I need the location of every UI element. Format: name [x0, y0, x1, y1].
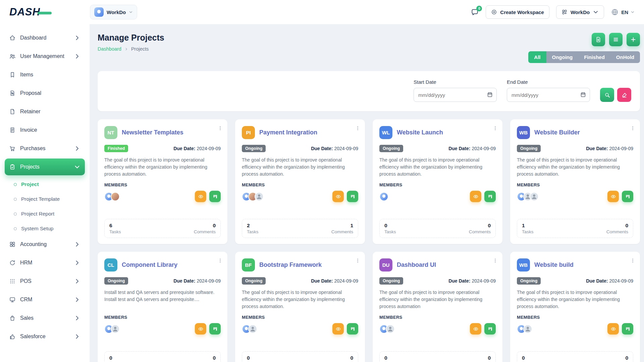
- sidebar-subitem-project[interactable]: Project: [5, 177, 85, 192]
- project-tasks-button[interactable]: [347, 323, 358, 335]
- sidebar-item-label: Invoice: [20, 127, 80, 133]
- project-title-link[interactable]: Website build: [534, 261, 574, 269]
- due-date-label: Due Date:: [311, 278, 333, 284]
- status-badge: Ongoing: [379, 277, 403, 285]
- tasks-label: Tasks: [384, 229, 396, 234]
- sidebar-item-crm[interactable]: CRM: [5, 291, 85, 308]
- sidebar-item-label: POS: [20, 278, 69, 284]
- project-title-link[interactable]: Website Launch: [397, 129, 443, 136]
- eraser-icon: [621, 92, 628, 98]
- project-tasks-button[interactable]: [484, 323, 496, 335]
- kebab-menu-icon[interactable]: [492, 258, 498, 263]
- start-date-input[interactable]: [414, 88, 497, 102]
- sidebar-item-pos[interactable]: POS: [5, 273, 85, 290]
- eye-icon: [335, 326, 341, 332]
- view-project-button[interactable]: [195, 323, 206, 335]
- view-project-button[interactable]: [470, 323, 481, 335]
- sidebar-subitem-project-template[interactable]: Project Template: [5, 192, 85, 206]
- view-project-button[interactable]: [470, 191, 481, 202]
- language-selector[interactable]: EN: [611, 8, 635, 16]
- project-title-link[interactable]: Payment Integration: [259, 129, 317, 136]
- due-date-value: 2024-09-09: [197, 278, 221, 284]
- project-title-link[interactable]: Dashboard UI: [397, 261, 436, 269]
- members-label: MEMBERS: [104, 182, 221, 187]
- sidebar-item-sales[interactable]: Sales: [5, 310, 85, 326]
- sidebar-item-salesforce[interactable]: Salesforce: [5, 328, 85, 345]
- tab-ongoing[interactable]: Ongoing: [546, 51, 579, 63]
- sidebar-item-label: Purchases: [20, 145, 69, 152]
- create-project-button[interactable]: [627, 33, 640, 46]
- members-label: MEMBERS: [242, 182, 358, 187]
- project-title-link[interactable]: Website Builder: [534, 129, 580, 136]
- project-stats: 0Tasks0Comments: [517, 351, 633, 362]
- kebab-menu-icon[interactable]: [355, 125, 361, 131]
- project-title-link[interactable]: Component Library: [122, 261, 177, 269]
- kebab-menu-icon[interactable]: [492, 125, 498, 131]
- eye-icon: [198, 194, 204, 199]
- eye-icon: [473, 326, 479, 332]
- kebab-menu-icon[interactable]: [630, 258, 636, 263]
- project-tasks-button[interactable]: [209, 323, 221, 335]
- view-project-button[interactable]: [332, 323, 344, 335]
- sidebar-item-projects[interactable]: Projects: [5, 159, 85, 175]
- sidebar-item-accounting[interactable]: Accounting: [5, 236, 85, 253]
- tab-all[interactable]: All: [528, 51, 546, 63]
- view-project-button[interactable]: [607, 191, 619, 202]
- apply-filter-button[interactable]: [600, 88, 614, 102]
- view-project-button[interactable]: [332, 191, 344, 202]
- member-avatars: [242, 324, 257, 334]
- eye-icon: [610, 194, 616, 199]
- create-workspace-button[interactable]: Create Workspace: [486, 5, 549, 19]
- comments-label: Comments: [194, 229, 216, 234]
- due-date-label: Due Date:: [448, 146, 470, 151]
- sidebar-subitem-project-report[interactable]: Project Report: [5, 206, 85, 221]
- project-stats: 0Tasks0Comments: [242, 351, 358, 362]
- kanban-icon: [212, 194, 218, 199]
- view-project-button[interactable]: [607, 323, 619, 335]
- workspace-menu-button[interactable]: WorkDo: [556, 5, 604, 19]
- sidebar-item-dashboard[interactable]: Dashboard: [5, 29, 85, 46]
- breadcrumb-dashboard-link[interactable]: Dashboard: [98, 46, 121, 52]
- view-project-button[interactable]: [195, 191, 206, 202]
- project-title-link[interactable]: Newsletter Templates: [122, 129, 183, 136]
- project-card: WBWebsite buildOngoingDue Date: 2024-09-…: [510, 252, 640, 362]
- tab-onhold[interactable]: OnHold: [610, 51, 640, 63]
- sidebar-item-retainer[interactable]: Retainer: [5, 103, 85, 120]
- kebab-menu-icon[interactable]: [630, 125, 636, 131]
- bag-icon: [9, 315, 16, 321]
- messages-button[interactable]: 0: [471, 8, 479, 16]
- kebab-menu-icon[interactable]: [355, 258, 361, 263]
- list-view-button[interactable]: [609, 33, 623, 46]
- calendar-icon[interactable]: [580, 92, 586, 98]
- project-tasks-button[interactable]: [484, 191, 496, 202]
- workspace-selector[interactable]: WorkDo: [90, 5, 137, 19]
- project-tasks-button[interactable]: [622, 323, 633, 335]
- clear-filter-button[interactable]: [617, 88, 631, 102]
- project-avatar: WB: [517, 126, 530, 139]
- eye-icon: [198, 326, 204, 332]
- tab-finished[interactable]: Finished: [578, 51, 610, 63]
- sidebar-item-purchases[interactable]: Purchases: [5, 140, 85, 157]
- project-tasks-button[interactable]: [347, 191, 358, 202]
- kebab-menu-icon[interactable]: [217, 258, 223, 263]
- sidebar-item-user-management[interactable]: User Management: [5, 48, 85, 65]
- due-date: Due Date: 2024-09-09: [586, 146, 633, 151]
- project-title-link[interactable]: Bootstrap Framework: [259, 261, 322, 269]
- end-date-input[interactable]: [507, 88, 590, 102]
- sidebar-item-proposal[interactable]: Proposal: [5, 85, 85, 102]
- sidebar-item-invoice[interactable]: Invoice: [5, 122, 85, 138]
- sidebar-item-label: User Management: [20, 53, 69, 59]
- project-tasks-button[interactable]: [622, 191, 633, 202]
- calendar-icon[interactable]: [487, 92, 493, 98]
- project-tasks-button[interactable]: [209, 191, 221, 202]
- sidebar-subitem-system-setup[interactable]: System Setup: [5, 221, 85, 236]
- due-date: Due Date: 2024-09-09: [448, 278, 496, 284]
- export-button[interactable]: [592, 33, 605, 46]
- kanban-icon: [487, 326, 493, 332]
- due-date: Due Date: 2024-09-09: [448, 146, 496, 151]
- due-date: Due Date: 2024-09-09: [586, 278, 633, 284]
- sidebar-item-hrm[interactable]: HRM: [5, 254, 85, 271]
- member-avatars: [242, 192, 264, 201]
- sidebar-item-items[interactable]: Items: [5, 66, 85, 83]
- kebab-menu-icon[interactable]: [217, 125, 223, 131]
